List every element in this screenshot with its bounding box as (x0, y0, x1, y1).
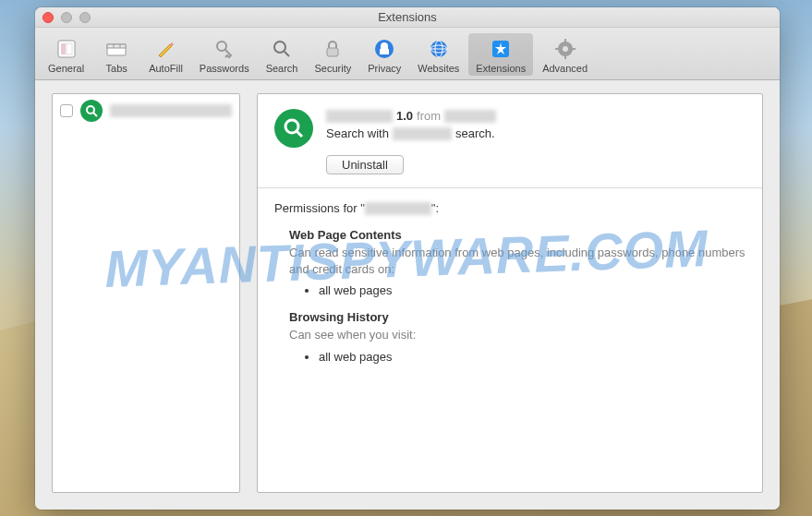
uninstall-button[interactable]: Uninstall (326, 155, 404, 174)
toolbar-label: Websites (418, 63, 459, 74)
permission-heading: Web Page Contents (289, 228, 745, 242)
permissions-for-line: Permissions for " ": (274, 201, 745, 215)
desc-prefix: Search with (326, 126, 389, 140)
toolbar-label: AutoFill (149, 63, 183, 74)
extension-description: Search with search. (326, 126, 745, 140)
extensions-sidebar (52, 93, 240, 493)
minimize-button[interactable] (61, 12, 72, 23)
general-icon (54, 36, 79, 62)
svg-rect-10 (327, 48, 338, 56)
extension-icon (80, 100, 103, 122)
extension-title-line: 1.0 from (326, 109, 745, 123)
toolbar-autofill[interactable]: AutoFill (141, 33, 190, 76)
preferences-window: Extensions General Tabs AutoFill Passwor… (35, 7, 780, 510)
autofill-icon (152, 36, 178, 62)
close-button[interactable] (42, 12, 54, 23)
permissions-for-name-redacted (365, 202, 431, 215)
toolbar-label: General (48, 63, 84, 74)
svg-point-25 (285, 120, 298, 133)
svg-rect-22 (572, 48, 576, 50)
window-title: Extensions (35, 10, 780, 24)
toolbar-privacy[interactable]: Privacy (360, 33, 408, 76)
extension-enable-checkbox[interactable] (60, 104, 73, 117)
search-icon (269, 36, 295, 62)
privacy-icon (371, 36, 397, 62)
titlebar: Extensions (35, 7, 780, 28)
svg-rect-4 (107, 44, 126, 48)
toolbar-passwords[interactable]: Passwords (192, 33, 257, 76)
passwords-icon (212, 36, 237, 62)
websites-icon (426, 36, 452, 62)
desc-redacted (393, 127, 452, 140)
maximize-button[interactable] (79, 12, 91, 23)
svg-rect-19 (564, 39, 566, 42)
svg-line-24 (93, 113, 97, 116)
permission-list-item: all web pages (319, 350, 745, 364)
extension-detail-panel: 1.0 from Search with search. Uninstall P… (257, 93, 763, 493)
toolbar-label: Passwords (200, 63, 249, 74)
extension-icon-large (274, 109, 313, 148)
permissions-for-suffix: ": (431, 201, 439, 215)
svg-point-18 (563, 46, 568, 52)
svg-point-23 (87, 106, 94, 114)
svg-rect-20 (564, 55, 566, 59)
toolbar-extensions[interactable]: Extensions (468, 33, 533, 76)
toolbar-tabs[interactable]: Tabs (93, 33, 139, 76)
gear-icon (552, 36, 578, 62)
extension-version: 1.0 (396, 109, 413, 123)
toolbar-label: Extensions (476, 63, 526, 74)
svg-line-26 (297, 131, 302, 137)
lock-icon (320, 36, 345, 62)
permission-list: all web pages (319, 283, 745, 297)
toolbar-websites[interactable]: Websites (410, 33, 467, 76)
toolbar-security[interactable]: Security (307, 33, 358, 76)
svg-rect-21 (555, 48, 559, 50)
extension-header-text: 1.0 from Search with search. Uninstall (326, 109, 745, 174)
toolbar-label: Security (314, 63, 351, 74)
from-label: from (417, 109, 441, 123)
content-area: 1.0 from Search with search. Uninstall P… (35, 80, 780, 510)
toolbar-advanced[interactable]: Advanced (535, 33, 595, 76)
tabs-icon (103, 36, 129, 62)
toolbar-general[interactable]: General (41, 33, 91, 76)
permission-section-browsing-history: Browsing History Can see when you visit:… (289, 310, 745, 363)
permission-heading: Browsing History (289, 310, 745, 324)
preferences-toolbar: General Tabs AutoFill Passwords Search (35, 28, 780, 80)
permission-list-item: all web pages (319, 283, 745, 297)
traffic-lights (42, 12, 91, 23)
permission-section-web-contents: Web Page Contents Can read sensitive inf… (289, 228, 745, 297)
toolbar-label: Search (266, 63, 298, 74)
permission-description: Can read sensitive information from web … (289, 245, 745, 278)
extension-permissions: Permissions for " ": Web Page Contents C… (258, 188, 762, 390)
developer-name-redacted (444, 110, 496, 123)
permission-description: Can see when you visit: (289, 327, 745, 343)
extension-name-redacted (326, 110, 393, 123)
extensions-icon (488, 36, 514, 62)
svg-rect-2 (67, 43, 72, 54)
extension-header: 1.0 from Search with search. Uninstall (258, 94, 762, 188)
permission-list: all web pages (319, 350, 745, 364)
extension-name-redacted (110, 104, 232, 117)
toolbar-label: Privacy (368, 63, 401, 74)
extension-list-item[interactable] (53, 94, 239, 127)
svg-point-8 (274, 42, 285, 53)
toolbar-search[interactable]: Search (259, 33, 306, 76)
svg-rect-1 (61, 43, 66, 54)
desc-suffix: search. (455, 126, 495, 140)
toolbar-label: Tabs (106, 63, 127, 74)
svg-line-9 (285, 52, 289, 56)
permissions-for-prefix: Permissions for " (274, 201, 365, 215)
toolbar-label: Advanced (542, 63, 588, 74)
